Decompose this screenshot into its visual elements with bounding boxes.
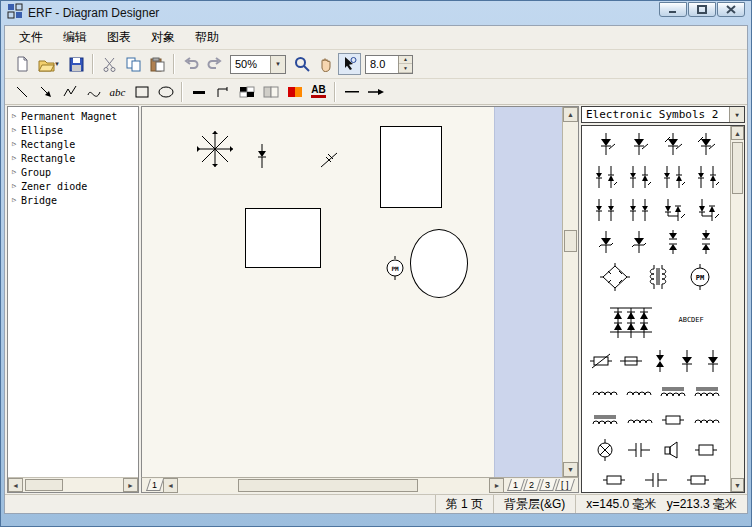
polyline-tool-button[interactable] — [58, 81, 81, 103]
new-button[interactable] — [10, 53, 33, 75]
diode-symbol[interactable] — [703, 349, 723, 373]
thyristor-pair-symbol[interactable] — [694, 165, 720, 189]
pm-motor-shape[interactable]: PM — [385, 256, 405, 284]
tree-item-permanent-magnet[interactable]: ▷Permanent Magnet — [10, 109, 138, 123]
menu-item-3[interactable]: 对象 — [141, 26, 185, 49]
scroll-thumb[interactable] — [25, 479, 63, 491]
gto-thyristor-symbol[interactable] — [661, 132, 685, 156]
resistor-symbol[interactable] — [686, 472, 710, 488]
spin-down-icon[interactable]: ▼ — [399, 64, 412, 73]
zoom-region-button[interactable] — [338, 53, 361, 75]
diode-symbol[interactable] — [677, 349, 697, 373]
zoom-combobox[interactable]: 50%▼ — [230, 55, 286, 74]
menu-item-4[interactable]: 帮助 — [185, 26, 229, 49]
inductor-symbol[interactable] — [626, 382, 652, 402]
expand-icon[interactable]: ▷ — [10, 112, 18, 120]
arrow-button[interactable] — [364, 81, 387, 103]
permanent-magnet-shape[interactable] — [192, 129, 238, 175]
line-tool-button[interactable] — [10, 81, 33, 103]
inductor-symbol[interactable] — [694, 410, 720, 430]
font-color-button[interactable]: AB — [307, 81, 330, 103]
inductor-symbol[interactable] — [592, 382, 618, 402]
scroll-up-icon[interactable]: ▲ — [731, 126, 744, 140]
varistor-symbol[interactable] — [589, 349, 613, 373]
zener-pair-symbol[interactable] — [694, 230, 718, 254]
expand-icon[interactable]: ▷ — [10, 168, 18, 176]
line-style-button[interactable] — [235, 81, 258, 103]
scroll-down-icon[interactable]: ▼ — [563, 462, 578, 477]
arrester-symbol[interactable] — [648, 349, 672, 373]
diode-pair-symbol[interactable] — [626, 198, 652, 222]
capacitor-symbol[interactable] — [627, 440, 651, 460]
scroll-thumb[interactable] — [732, 142, 743, 194]
zener-pair-symbol[interactable] — [661, 230, 685, 254]
paste-button[interactable] — [146, 53, 169, 75]
connector-button[interactable] — [211, 81, 234, 103]
fill-style-button[interactable] — [259, 81, 282, 103]
copy-button[interactable] — [122, 53, 145, 75]
zoom-tool-button[interactable] — [290, 53, 313, 75]
grid-size-spinner[interactable]: 8.0▲▼ — [365, 55, 413, 74]
expand-icon[interactable]: ▷ — [10, 154, 18, 162]
rectangle-shape[interactable] — [380, 126, 442, 208]
expand-icon[interactable]: ▷ — [10, 126, 18, 134]
expand-icon[interactable]: ▷ — [10, 140, 18, 148]
new-page-tab[interactable]: [ ] — [556, 479, 575, 491]
label-symbol[interactable]: ABCDEF — [678, 316, 703, 324]
thick-line-button[interactable] — [187, 81, 210, 103]
ellipse-tool-button[interactable] — [154, 81, 177, 103]
open-dropdown-icon[interactable]: ▼ — [54, 61, 60, 67]
triac-symbol[interactable] — [694, 198, 720, 222]
inductor-symbol[interactable] — [627, 410, 653, 430]
text-tool-button[interactable]: abc — [106, 81, 129, 103]
three-phase-bridge-symbol[interactable] — [608, 300, 654, 340]
zoom-dropdown-icon[interactable]: ▼ — [270, 56, 285, 73]
menu-item-1[interactable]: 编辑 — [53, 26, 97, 49]
fuse-symbol[interactable] — [619, 349, 643, 373]
color-button[interactable] — [283, 81, 306, 103]
undo-button[interactable] — [179, 53, 202, 75]
ellipse-shape[interactable] — [410, 229, 468, 298]
resistor-symbol[interactable] — [661, 412, 685, 428]
diode-pair-symbol[interactable] — [592, 198, 618, 222]
menu-item-2[interactable]: 图表 — [97, 26, 141, 49]
gto-thyristor-symbol[interactable] — [694, 132, 718, 156]
thyristor-pair-symbol[interactable] — [592, 165, 618, 189]
scroll-right-icon[interactable]: ► — [489, 478, 504, 493]
open-button[interactable]: ▼ — [34, 53, 64, 75]
rectangle-tool-button[interactable] — [130, 81, 153, 103]
capacitor-symbol[interactable] — [644, 470, 668, 490]
tree-item-bridge[interactable]: ▷Bridge — [10, 193, 138, 207]
expand-icon[interactable]: ▷ — [10, 182, 18, 190]
save-button[interactable] — [65, 53, 88, 75]
menu-item-0[interactable]: 文件 — [9, 26, 53, 49]
inductor-core-symbol[interactable] — [592, 410, 618, 430]
minimize-button[interactable] — [659, 2, 687, 17]
tree-item-group[interactable]: ▷Group — [10, 165, 138, 179]
curve-tool-button[interactable] — [82, 81, 105, 103]
maximize-button[interactable] — [688, 2, 716, 17]
plain-line-button[interactable] — [340, 81, 363, 103]
canvas-v-scrollbar[interactable]: ▲ ▼ — [562, 107, 578, 477]
scroll-down-icon[interactable]: ▼ — [731, 478, 744, 492]
zener-symbol[interactable] — [627, 230, 651, 254]
palette-combobox[interactable]: Electronic Symbols 2 ▼ — [581, 106, 745, 123]
relay-coil-symbol[interactable] — [694, 441, 718, 459]
diagonal-symbol-shape[interactable] — [318, 149, 340, 175]
inductor-core-symbol[interactable] — [660, 382, 686, 402]
scroll-left-icon[interactable]: ◄ — [163, 478, 178, 493]
tree-item-rectangle[interactable]: ▷Rectangle — [10, 151, 138, 165]
canvas-page[interactable]: PM — [142, 107, 494, 477]
close-button[interactable] — [717, 2, 745, 17]
page-tab-current[interactable]: 1 — [146, 479, 164, 491]
bridge-rectifier-symbol[interactable] — [600, 263, 630, 291]
triac-symbol[interactable] — [660, 198, 686, 222]
thyristor-pair-symbol[interactable] — [660, 165, 686, 189]
redo-button[interactable] — [203, 53, 226, 75]
scroll-left-icon[interactable]: ◄ — [8, 478, 23, 492]
scroll-right-icon[interactable]: ► — [123, 478, 138, 492]
resistor-symbol[interactable] — [602, 472, 626, 488]
speaker-symbol[interactable] — [661, 440, 683, 460]
cut-button[interactable] — [98, 53, 121, 75]
rectangle-shape[interactable] — [245, 208, 321, 268]
